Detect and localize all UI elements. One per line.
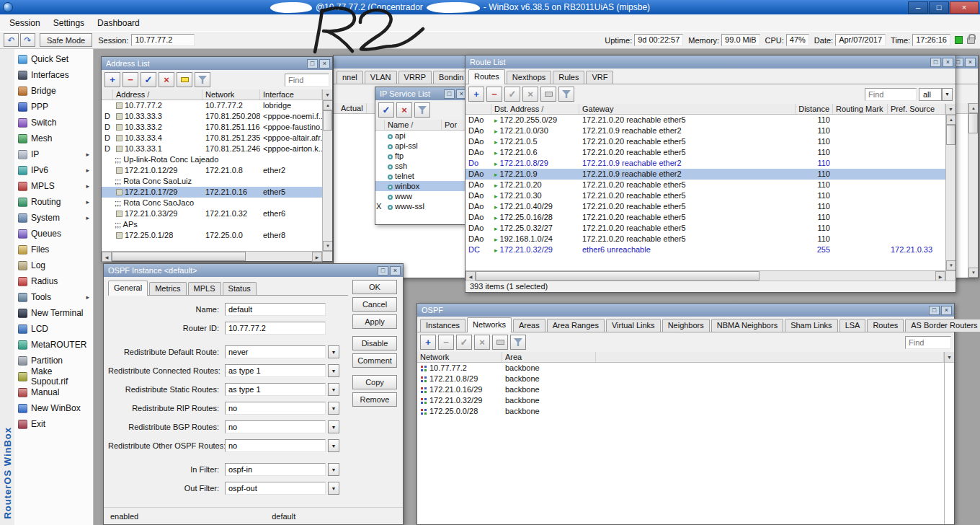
tab[interactable]: VRF [586, 71, 613, 84]
sidebar-item[interactable]: Make Supout.rif [14, 369, 93, 384]
close-button[interactable]: × [390, 266, 401, 275]
scroll-right-icon[interactable]: ▶ [312, 252, 322, 262]
service-row[interactable]: X www-ssl [375, 201, 469, 211]
sidebar-item[interactable]: System ▸ [14, 210, 93, 226]
address-row[interactable]: 10.77.77.2 10.77.77.2 lobridge [102, 100, 322, 111]
dropdown-icon[interactable]: ▼ [328, 482, 339, 495]
address-list-titlebar[interactable]: Address List □ × [102, 57, 332, 70]
route-row[interactable]: DAo ▸172.21.0.5 172.21.0.20 reachable et… [466, 136, 945, 147]
scroll-thumb[interactable] [968, 113, 978, 133]
filter-button[interactable] [558, 87, 574, 102]
remove-button[interactable]: − [122, 72, 138, 87]
field-input[interactable] [225, 383, 326, 396]
tab[interactable]: AS Border Routers [905, 319, 980, 332]
route-row[interactable]: DAo ▸172.25.0.16/28 172.21.0.20 reachabl… [466, 212, 945, 223]
dialog-button[interactable]: Remove [352, 392, 397, 407]
route-row[interactable]: Do ▸172.21.0.8/29 172.21.0.9 reachable e… [466, 158, 945, 169]
sidebar-item[interactable]: Quick Set [14, 51, 93, 67]
ospf-titlebar[interactable]: OSPF □ × [417, 304, 954, 317]
service-row[interactable]: api-ssl [375, 141, 469, 151]
tab[interactable]: Bondin [433, 71, 469, 84]
main-titlebar[interactable]: @10.77.77.2 (Concentrador - WinBox v6.38… [0, 0, 980, 14]
sidebar-item[interactable]: Bridge [14, 83, 93, 99]
dialog-button[interactable]: Disable [352, 336, 397, 350]
route-row[interactable]: DAo ▸172.21.0.40/29 172.21.0.20 reachabl… [466, 201, 945, 212]
column-select-icon[interactable]: ▼ [946, 104, 956, 115]
sidebar-item[interactable]: Tools ▸ [14, 289, 93, 305]
tab[interactable]: Area Ranges [547, 319, 605, 332]
route-row[interactable]: DAo ▸172.25.0.32/27 172.21.0.20 reachabl… [466, 223, 945, 234]
dropdown-icon[interactable]: ▼ [328, 402, 339, 415]
vertical-scrollbar[interactable]: ▲ ▼ [946, 115, 956, 270]
tab[interactable]: MPLS [188, 282, 221, 295]
column-address[interactable]: Address/ [113, 89, 202, 100]
close-button[interactable]: × [943, 58, 953, 67]
scroll-thumb[interactable] [323, 110, 332, 131]
tab[interactable]: VLAN [365, 71, 397, 84]
address-row[interactable]: D 10.33.33.4 170.81.251.235 <pppoe-altai… [102, 133, 322, 144]
menu-item[interactable]: Dashboard [91, 17, 146, 30]
dialog-button[interactable]: Apply [352, 314, 397, 329]
maximize-button[interactable]: □ [929, 306, 940, 315]
column-dst-address[interactable]: Dst. Address/ [491, 104, 579, 114]
close-button[interactable]: × [941, 306, 952, 315]
disable-button[interactable]: × [159, 72, 174, 87]
scroll-right-icon[interactable]: ▶ [935, 271, 945, 281]
dialog-button[interactable]: Copy [352, 375, 397, 389]
column-pref-source[interactable]: Pref. Source [888, 104, 945, 114]
address-row[interactable]: ;;; Rota Conc SaoJaco [102, 198, 322, 208]
menu-item[interactable]: Settings [47, 17, 91, 30]
disable-button[interactable]: × [522, 87, 538, 102]
dropdown-icon[interactable]: ▼ [328, 345, 339, 358]
tab[interactable]: Routes [468, 69, 505, 84]
scroll-down-icon[interactable]: ▼ [946, 260, 956, 270]
tab[interactable]: LSA [839, 319, 866, 332]
add-button[interactable]: + [468, 87, 484, 102]
sidebar-item[interactable]: Log [14, 257, 93, 273]
sidebar-item[interactable]: MPLS ▸ [14, 178, 93, 194]
address-row[interactable]: ;;; Up-link-Rota Conc Lajeado [102, 154, 322, 165]
sidebar-item[interactable]: Files [14, 242, 93, 257]
scroll-up-icon[interactable]: ▲ [946, 115, 956, 125]
filter-button[interactable] [195, 72, 210, 87]
find-input[interactable] [905, 336, 951, 349]
route-row[interactable]: DAo ▸172.21.0.6 172.21.0.20 reachable et… [466, 147, 945, 158]
find-input[interactable] [285, 74, 329, 87]
dialog-button[interactable]: OK [352, 280, 397, 294]
column-area[interactable]: Area [502, 352, 596, 362]
column-select-icon[interactable]: ▼ [323, 89, 332, 100]
route-row[interactable]: DAo ▸172.21.0.9 172.21.0.9 reachable eth… [466, 169, 945, 180]
field-input[interactable] [225, 303, 326, 316]
sidebar-item[interactable]: Radius [14, 273, 93, 289]
menu-item[interactable]: Session [3, 17, 47, 30]
comment-button[interactable] [177, 72, 192, 87]
add-button[interactable]: + [104, 72, 120, 87]
tab[interactable]: nnel [337, 71, 363, 84]
sidebar-item[interactable]: IPv6 ▸ [14, 162, 93, 178]
column-select-icon[interactable]: ▼ [945, 352, 954, 363]
close-button[interactable]: × [950, 1, 979, 14]
scroll-thumb[interactable] [112, 252, 246, 261]
maximize-button[interactable]: □ [378, 266, 388, 275]
session-value[interactable]: 10.77.77.2 [131, 34, 195, 46]
column-network[interactable]: Network [417, 352, 502, 362]
ip-service-list-titlebar[interactable]: IP Service List □ × [375, 87, 469, 100]
sidebar-item[interactable]: Routing ▸ [14, 194, 93, 210]
tab[interactable]: VRRP [398, 71, 432, 84]
address-row[interactable]: ;;; Rota Conc SaoLuiz [102, 176, 322, 187]
minimize-button[interactable]: – [908, 1, 928, 14]
undo-button[interactable]: ↶ [4, 33, 19, 47]
tab[interactable]: Virtual Links [606, 319, 661, 332]
address-row[interactable]: 172.21.0.12/29 172.21.0.8 ether2 [102, 165, 322, 176]
dropdown-icon[interactable]: ▼ [328, 383, 339, 396]
tab[interactable]: Neighbors [662, 319, 710, 332]
service-row[interactable]: api [375, 131, 469, 141]
comment-button[interactable] [492, 335, 508, 350]
address-row[interactable]: ;;; APs [102, 219, 322, 230]
address-row[interactable]: D 10.33.33.1 170.81.251.246 <pppoe-airto… [102, 144, 322, 154]
comment-button[interactable] [540, 87, 556, 102]
service-row[interactable]: winbox [375, 181, 469, 191]
field-input[interactable] [225, 322, 326, 335]
field-input[interactable] [225, 482, 326, 495]
field-input[interactable] [225, 439, 326, 452]
